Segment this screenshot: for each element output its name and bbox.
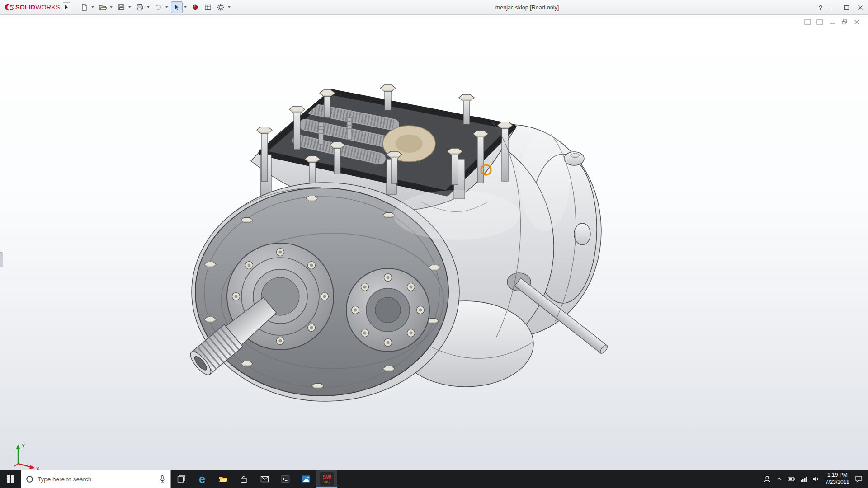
gearbox-model[interactable] xyxy=(176,66,628,416)
doc-minimize-icon xyxy=(829,19,835,25)
expand-arrow-icon xyxy=(65,5,68,9)
console-icon xyxy=(281,475,290,483)
design-table-button[interactable] xyxy=(202,1,214,13)
minimize-icon xyxy=(830,5,836,10)
orientation-triad[interactable]: Y X xyxy=(9,441,42,470)
mail-icon xyxy=(260,476,269,483)
taskbar-clock[interactable]: 1:19 PM 7/23/2018 xyxy=(822,470,853,488)
battery-button[interactable] xyxy=(786,470,798,488)
options-button[interactable] xyxy=(215,1,226,13)
start-button[interactable] xyxy=(0,470,21,488)
action-center-button[interactable] xyxy=(853,470,865,488)
undo-button[interactable] xyxy=(152,1,164,13)
close-button[interactable] xyxy=(854,2,867,13)
system-tray: 1:19 PM 7/23/2018 xyxy=(761,470,868,488)
design-table-icon xyxy=(204,3,212,11)
feature-panel-collapse-handle[interactable] xyxy=(0,252,3,267)
document-window-controls xyxy=(804,19,861,26)
close-icon xyxy=(858,5,863,10)
task-view-icon xyxy=(177,475,186,483)
search-input[interactable] xyxy=(38,476,155,483)
axis-y-label: Y xyxy=(22,443,25,448)
doc-close-icon xyxy=(854,19,860,25)
print-button[interactable] xyxy=(134,1,146,13)
desktop: SOLIDWORKS xyxy=(0,0,868,488)
graphics-area[interactable]: Y X *Dimetric xyxy=(0,15,868,470)
windows-taskbar: e xyxy=(0,470,868,488)
cortana-icon xyxy=(26,475,33,483)
action-center-icon xyxy=(855,475,863,483)
doc-restore-button[interactable] xyxy=(840,19,849,26)
network-button[interactable] xyxy=(798,470,810,488)
previous-window-button[interactable] xyxy=(804,19,812,26)
select-dropdown[interactable] xyxy=(184,6,187,8)
select-cursor-icon xyxy=(173,3,181,11)
edge-button[interactable]: e xyxy=(192,470,212,488)
mail-button[interactable] xyxy=(254,470,275,488)
doc-restore-icon xyxy=(841,19,848,25)
store-bag-icon xyxy=(240,475,248,483)
options-dropdown[interactable] xyxy=(228,6,231,8)
next-window-button[interactable] xyxy=(816,19,824,26)
axis-x-label: X xyxy=(36,466,40,470)
maximize-button[interactable] xyxy=(840,2,854,13)
save-icon xyxy=(117,3,125,11)
taskbar-search[interactable] xyxy=(21,470,171,488)
save-dropdown[interactable] xyxy=(128,6,131,8)
solidworks-taskbar-button[interactable]: SW 2017 xyxy=(316,470,337,488)
people-button[interactable] xyxy=(761,470,774,488)
show-desktop-button[interactable] xyxy=(865,470,868,488)
solidworks-app-icon: SW 2017 xyxy=(320,472,334,486)
pane-left-icon xyxy=(804,19,811,25)
task-view-button[interactable] xyxy=(171,470,192,488)
help-button[interactable]: ? xyxy=(815,4,826,11)
microphone-icon[interactable] xyxy=(159,475,166,483)
file-explorer-icon xyxy=(218,475,228,483)
new-document-button[interactable] xyxy=(78,1,90,13)
titlebar-controls: ? xyxy=(815,0,867,15)
undo-icon xyxy=(154,3,162,11)
ds-logo-icon xyxy=(4,3,14,12)
windows-logo-icon xyxy=(7,475,14,483)
photos-icon xyxy=(302,475,311,483)
open-button[interactable] xyxy=(97,1,108,13)
battery-icon xyxy=(788,476,796,482)
console-button[interactable] xyxy=(275,470,296,488)
open-dropdown[interactable] xyxy=(110,6,113,8)
store-button[interactable] xyxy=(233,470,254,488)
select-tool-button[interactable] xyxy=(171,1,183,13)
axis-x-arrow xyxy=(29,465,35,469)
clock-date: 7/23/2018 xyxy=(826,479,849,486)
new-document-icon xyxy=(80,3,88,11)
titlebar: SOLIDWORKS xyxy=(0,0,868,15)
new-document-dropdown[interactable] xyxy=(91,6,94,8)
volume-button[interactable] xyxy=(810,470,822,488)
photos-button[interactable] xyxy=(296,470,316,488)
brand-solid: SOLID xyxy=(15,4,35,11)
minimize-button[interactable] xyxy=(826,2,840,13)
doc-close-button[interactable] xyxy=(853,19,861,26)
solidworks-logo: SOLIDWORKS xyxy=(0,3,63,12)
sw-tile-year: 2017 xyxy=(323,480,330,483)
solidworks-wordmark: SOLIDWORKS xyxy=(15,4,60,11)
appearance-ball-icon xyxy=(191,3,199,11)
main-toolbar xyxy=(78,1,232,13)
save-button[interactable] xyxy=(115,1,127,13)
chevron-up-icon xyxy=(776,476,783,482)
menu-expand-button[interactable] xyxy=(63,2,70,12)
people-icon xyxy=(764,475,771,483)
doc-minimize-button[interactable] xyxy=(828,19,836,26)
gear-icon xyxy=(217,3,225,11)
sw-tile-text: SW xyxy=(322,474,331,480)
maximize-icon xyxy=(844,5,849,10)
undo-dropdown[interactable] xyxy=(165,6,168,8)
print-icon xyxy=(136,3,144,11)
document-title: menjac sklop [Read-only] xyxy=(495,0,559,15)
pane-right-icon xyxy=(816,19,824,25)
network-icon xyxy=(800,476,807,482)
file-explorer-button[interactable] xyxy=(212,470,233,488)
brand-works: WORKS xyxy=(35,4,60,11)
print-dropdown[interactable] xyxy=(147,6,150,8)
hidden-icons-button[interactable] xyxy=(774,470,786,488)
appearance-button[interactable] xyxy=(189,1,201,13)
